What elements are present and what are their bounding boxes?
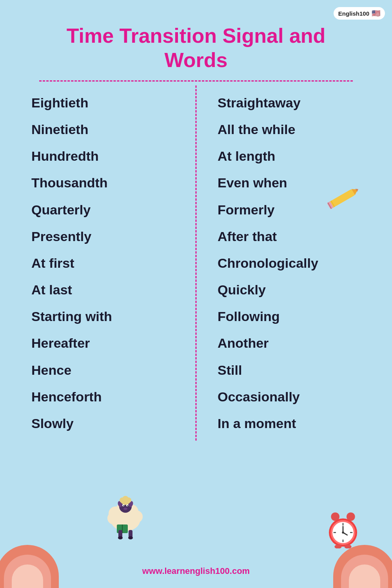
right-word-item: All the while [218, 116, 368, 143]
svg-point-13 [123, 508, 127, 510]
title-line2: Words [165, 49, 228, 71]
svg-point-18 [118, 536, 123, 539]
right-word-item: In a moment [218, 410, 368, 437]
left-word-item: Hence [31, 357, 182, 383]
left-word-item: Hereafter [31, 330, 182, 356]
left-word-item: At first [31, 250, 182, 276]
clock-character [325, 510, 361, 545]
svg-point-5 [107, 512, 120, 524]
left-word-item: Eightieth [31, 89, 182, 116]
right-word-item: Chronologically [218, 250, 368, 276]
left-word-item: Ninetieth [31, 116, 182, 143]
left-word-item: Henceforth [31, 383, 182, 410]
svg-point-23 [122, 496, 129, 502]
svg-point-35 [342, 532, 344, 534]
right-column: StraightawayAll the whileAt lengthEven w… [194, 85, 380, 441]
badge-text: English100 [338, 10, 369, 17]
left-word-item: At last [31, 276, 182, 303]
sheep-character [102, 490, 149, 541]
left-word-item: Hundredth [31, 143, 182, 169]
bottom-arches [0, 541, 392, 588]
right-word-item: At length [218, 143, 368, 169]
footer-url: www.learnenglish100.com [142, 566, 250, 576]
page-wrapper: English100 🇺🇸 Time Transition Signal and… [0, 0, 392, 588]
left-column: EightiethNinetiethHundredthThousandthQua… [12, 85, 194, 441]
vertical-divider [196, 85, 197, 441]
svg-point-10 [127, 505, 129, 506]
right-word-item: Occasionally [218, 383, 368, 410]
columns-container: EightiethNinetiethHundredthThousandthQua… [0, 85, 392, 441]
left-word-item: Presently [31, 223, 182, 250]
brand-badge: English100 🇺🇸 [334, 7, 385, 20]
arch-right [329, 541, 392, 588]
left-word-item: Quarterly [31, 196, 182, 223]
svg-point-9 [123, 505, 125, 506]
right-word-item: Following [218, 303, 368, 330]
page-title: Time Transition Signal and Words [0, 0, 392, 80]
horizontal-divider [39, 80, 353, 82]
title-line1: Time Transition Signal and [67, 24, 326, 47]
flag-icon: 🇺🇸 [372, 9, 380, 18]
right-word-item: Straightaway [218, 89, 368, 116]
right-word-item: Another [218, 330, 368, 356]
left-word-item: Starting with [31, 303, 182, 330]
right-word-item: Still [218, 357, 368, 383]
svg-point-19 [128, 536, 133, 539]
right-word-item: Quickly [218, 276, 368, 303]
left-word-item: Thousandth [31, 169, 182, 196]
svg-point-4 [130, 510, 143, 523]
left-word-item: Slowly [31, 410, 182, 437]
right-word-item: After that [218, 223, 368, 250]
arch-left [0, 541, 63, 588]
